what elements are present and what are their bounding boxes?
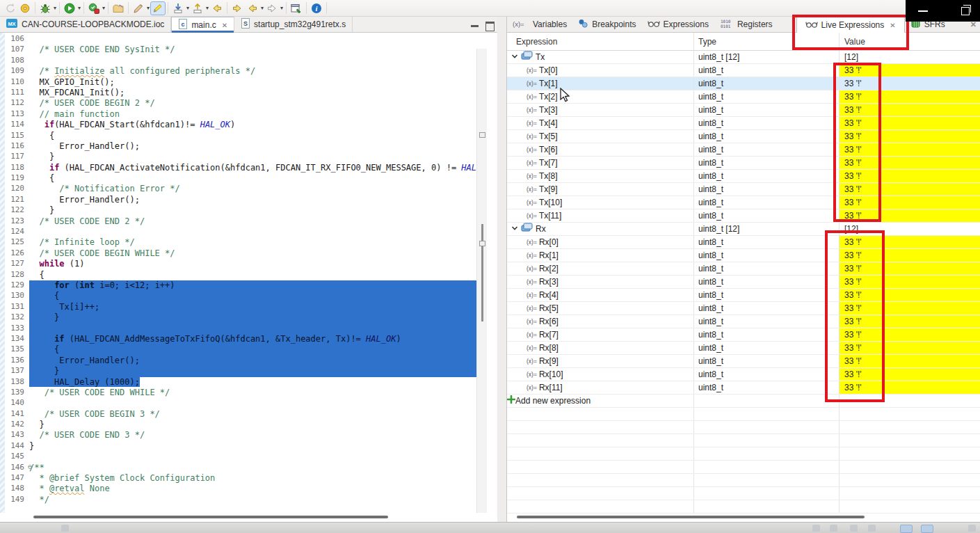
gutter-line[interactable]: 130 xyxy=(0,291,29,301)
gutter-line[interactable]: 129 xyxy=(0,280,29,291)
external-tools-button[interactable] xyxy=(86,1,102,15)
value-cell[interactable]: 33 '!' xyxy=(840,289,980,301)
code-line[interactable]: { xyxy=(29,173,487,184)
expression-cell[interactable]: (x)=Rx[7] xyxy=(507,328,694,341)
code-line[interactable]: for (int i=0; i<12; i++) xyxy=(29,280,487,291)
value-cell[interactable]: 33 '!' xyxy=(840,262,980,275)
expression-cell[interactable]: (x)=Tx[9] xyxy=(507,183,694,196)
code-line[interactable]: } xyxy=(29,441,487,452)
gutter-line[interactable]: 106 xyxy=(0,34,29,45)
gutter-line[interactable]: 134 xyxy=(0,334,29,344)
gutter-line[interactable]: 120 xyxy=(0,184,29,194)
expression-row-rx-11-[interactable]: (x)=Rx[11]uint8_t33 '!' xyxy=(507,381,980,395)
gutter-line[interactable]: 117 xyxy=(0,152,29,162)
code-line[interactable]: /* USER CODE BEGIN WHILE */ xyxy=(29,248,487,259)
value-cell[interactable]: 33 '!' xyxy=(840,170,980,182)
next-edit-location-button[interactable] xyxy=(230,1,245,15)
code-line[interactable]: /* USER CODE END SysInit */ xyxy=(29,45,487,55)
gutter-line[interactable]: 112 xyxy=(0,98,29,109)
vertical-scrollbar-thumb[interactable] xyxy=(481,224,483,321)
expression-row-rx[interactable]: Rxuint8_t [12][12] xyxy=(507,223,980,236)
gutter-line[interactable]: 124 xyxy=(0,227,29,237)
gutter-line[interactable]: 136 xyxy=(0,356,29,366)
view-tab-breakpoints[interactable]: Breakpoints xyxy=(572,17,641,32)
editor-tab-main-c[interactable]: cmain.c✕ xyxy=(171,17,234,33)
back-history-button[interactable] xyxy=(245,1,260,15)
panel-horizontal-scrollbar[interactable] xyxy=(517,516,865,518)
expression-cell[interactable]: (x)=Tx[0] xyxy=(507,64,694,77)
expression-row-tx-2-[interactable]: (x)=Tx[2]uint8_t33 '!' xyxy=(507,90,980,104)
gutter-line[interactable]: 111 xyxy=(0,88,29,98)
expression-row-rx-7-[interactable]: (x)=Rx[7]uint8_t33 '!' xyxy=(507,328,980,342)
gutter-line[interactable]: 143 xyxy=(0,430,29,440)
new-window-button[interactable] xyxy=(289,1,304,15)
tab-close-icon[interactable]: ✕ xyxy=(890,22,895,29)
open-resource-button[interactable] xyxy=(111,1,126,15)
expression-row-tx-3-[interactable]: (x)=Tx[3]uint8_t33 '!' xyxy=(507,104,980,117)
build-button[interactable] xyxy=(17,1,33,15)
code-line[interactable]: { xyxy=(29,344,487,355)
expression-cell[interactable]: (x)=Tx[3] xyxy=(507,104,694,116)
expression-row-rx-3-[interactable]: (x)=Rx[3]uint8_t33 '!' xyxy=(507,276,980,289)
value-cell[interactable]: 33 '!' xyxy=(840,249,980,262)
code-line[interactable] xyxy=(29,56,487,66)
column-header-value[interactable]: Value xyxy=(840,33,980,50)
code-line[interactable]: * @retval None xyxy=(29,484,487,494)
gutter-line[interactable]: 114 xyxy=(0,120,29,130)
code-line[interactable]: if (HAL_FDCAN_AddMessageToTxFifoQ(&hfdca… xyxy=(29,334,487,344)
value-cell[interactable] xyxy=(840,395,980,407)
value-cell[interactable]: 33 '!' xyxy=(840,196,980,209)
gutter-line[interactable]: 127 xyxy=(0,259,29,269)
code-line[interactable]: Error_Handler(); xyxy=(29,195,487,205)
value-cell[interactable]: [12] xyxy=(840,223,980,235)
code-line[interactable]: /* USER CODE BEGIN 2 */ xyxy=(29,98,487,109)
taskbar-icon[interactable] xyxy=(900,525,913,533)
gutter-line[interactable]: 139 xyxy=(0,388,29,398)
value-cell[interactable]: 33 '!' xyxy=(840,104,980,116)
code-line[interactable] xyxy=(29,34,487,45)
expander-chevron-icon[interactable] xyxy=(511,51,518,63)
expression-cell[interactable]: (x)=Rx[4] xyxy=(507,289,694,301)
code-line[interactable]: */ xyxy=(29,495,487,505)
expression-cell[interactable]: (x)=Tx[4] xyxy=(507,117,694,129)
taskbar-icon[interactable] xyxy=(812,525,820,532)
code-line[interactable]: /* USER CODE END 2 */ xyxy=(29,216,487,227)
gutter-line[interactable]: 118 xyxy=(0,163,29,173)
forward-history-dropdown-icon[interactable]: ▾ xyxy=(280,5,283,11)
run-button[interactable] xyxy=(62,1,77,15)
code-line[interactable]: /* USER CODE BEGIN 3 */ xyxy=(29,409,487,420)
gutter-line[interactable]: 141 xyxy=(0,409,29,420)
gutter-line[interactable]: 145 xyxy=(0,452,29,462)
column-header-type[interactable]: Type xyxy=(694,33,840,50)
overview-marker[interactable] xyxy=(479,132,485,138)
gutter-line[interactable]: 108 xyxy=(0,56,29,66)
expression-row-tx-9-[interactable]: (x)=Tx[9]uint8_t33 '!' xyxy=(507,183,980,196)
value-cell[interactable]: 33 '!' xyxy=(840,64,980,77)
expression-row-tx[interactable]: Txuint8_t [12][12] xyxy=(507,51,980,64)
taskbar-icon[interactable] xyxy=(921,525,933,533)
gutter-line[interactable]: 142 xyxy=(0,420,29,430)
gutter-line[interactable]: 123 xyxy=(0,216,29,227)
expression-cell[interactable]: (x)=Tx[6] xyxy=(507,143,694,156)
gutter-line[interactable]: 109 xyxy=(0,66,29,77)
expression-cell[interactable]: (x)=Tx[1] xyxy=(507,77,694,90)
gutter-line[interactable]: 148 xyxy=(0,484,29,494)
code-line[interactable]: HAL_Delay (1000); xyxy=(29,377,487,388)
maximize-pane-icon[interactable] xyxy=(485,22,495,31)
expression-cell[interactable]: (x)=Rx[5] xyxy=(507,302,694,315)
next-annotation-dropdown-icon[interactable]: ▾ xyxy=(186,5,189,11)
gutter-line[interactable]: 144 xyxy=(0,441,29,452)
gutter-line[interactable]: 140 xyxy=(0,398,29,408)
expression-cell[interactable]: Add new expression xyxy=(507,395,694,407)
expression-row-rx-4-[interactable]: (x)=Rx[4]uint8_t33 '!' xyxy=(507,289,980,302)
expression-cell[interactable]: (x)=Tx[11] xyxy=(507,209,694,222)
last-edit-location-button[interactable] xyxy=(209,1,225,15)
code-line[interactable]: /* Initialize all configured peripherals… xyxy=(29,66,487,77)
gutter-line[interactable]: 113 xyxy=(0,109,29,120)
value-cell[interactable]: 33 '!' xyxy=(840,90,980,103)
code-line[interactable]: * @brief System Clock Configuration xyxy=(29,473,487,484)
code-line[interactable] xyxy=(29,452,487,462)
expression-cell[interactable]: (x)=Tx[2] xyxy=(507,90,694,103)
value-cell[interactable]: [12] xyxy=(840,51,980,63)
expression-row-tx-5-[interactable]: (x)=Tx[5]uint8_t33 '!' xyxy=(507,130,980,143)
